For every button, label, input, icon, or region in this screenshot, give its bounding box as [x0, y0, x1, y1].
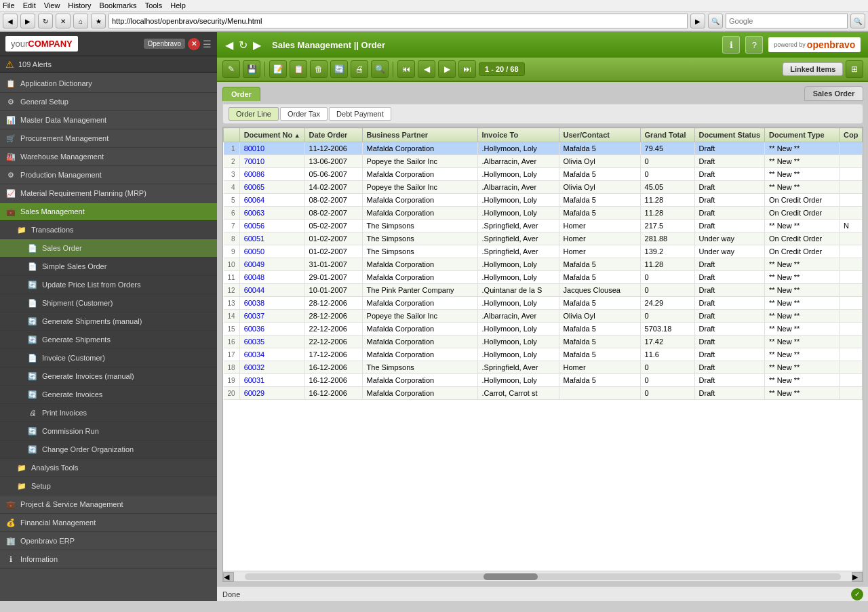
menu-bookmarks[interactable]: Bookmarks [100, 1, 137, 9]
sidebar-item-change-order[interactable]: 🔄 Change Order Organization [0, 441, 217, 459]
tool-first-button[interactable]: ⏮ [397, 60, 415, 78]
tool-prev-button[interactable]: ◀ [418, 60, 435, 78]
bookmark-button[interactable]: ★ [91, 14, 106, 28]
linked-items-button[interactable]: Linked Items [783, 62, 843, 76]
sidebar-item-shipment[interactable]: 📄 Shipment (Customer) [0, 294, 217, 312]
home-button[interactable]: ⌂ [73, 14, 88, 28]
tool-edit-button[interactable]: ✎ [222, 60, 240, 78]
sidebar-item-sales-mgmt[interactable]: 💼 Sales Management [0, 203, 217, 221]
sidebar-item-production[interactable]: ⚙ Production Management [0, 166, 217, 184]
col-document-no[interactable]: Document No [239, 128, 304, 142]
tool-next-button[interactable]: ▶ [438, 60, 456, 78]
menu-icon[interactable]: ☰ [203, 39, 212, 49]
sidebar-item-transactions[interactable]: 📁 Transactions [0, 221, 217, 239]
menu-tools[interactable]: Tools [145, 1, 163, 9]
sidebar-item-procurement[interactable]: 🛒 Procurement Management [0, 129, 217, 148]
tool-search-button[interactable]: 🔍 [371, 60, 389, 78]
table-row[interactable]: 17 60034 17-12-2006 Mafalda Corporation … [224, 348, 863, 361]
table-row[interactable]: 1 80010 11-12-2006 Mafalda Corporation .… [224, 142, 863, 155]
table-row[interactable]: 4 60065 14-02-2007 Popeye the Sailor Inc… [224, 181, 863, 194]
sidebar-item-simple-sales[interactable]: 📄 Simple Sales Order [0, 258, 217, 276]
sidebar-item-app-dict[interactable]: 📋 Application Dictionary [0, 75, 217, 93]
address-bar[interactable] [108, 14, 688, 28]
sidebar-item-commission-run[interactable]: 🔄 Commission Run [0, 422, 217, 441]
tool-expand-button[interactable]: ⊞ [846, 60, 863, 78]
menu-help[interactable]: Help [170, 1, 186, 9]
col-user-contact[interactable]: User/Contact [559, 128, 640, 142]
header-reload-button[interactable]: ↻ [239, 39, 248, 52]
table-row[interactable]: 6 60063 08-02-2007 Mafalda Corporation .… [224, 207, 863, 220]
header-back-button[interactable]: ◀ [225, 39, 233, 52]
search-input[interactable] [726, 14, 848, 28]
menu-edit[interactable]: Edit [23, 1, 36, 9]
table-row[interactable]: 5 60064 08-02-2007 Mafalda Corporation .… [224, 194, 863, 207]
table-row[interactable]: 19 60031 16-12-2006 Mafalda Corporation … [224, 374, 863, 387]
table-row[interactable]: 10 60049 31-01-2007 Mafalda Corporation … [224, 258, 863, 271]
tool-print-button[interactable]: 🖨 [351, 60, 368, 78]
col-document-type[interactable]: Document Type [765, 128, 840, 142]
menu-view[interactable]: View [44, 1, 60, 9]
stop-button[interactable]: ✕ [56, 14, 71, 28]
scroll-track[interactable] [245, 573, 841, 580]
go-button[interactable]: ▶ [690, 14, 705, 28]
col-date-order[interactable]: Date Order [304, 128, 362, 142]
sidebar-item-warehouse[interactable]: 🏭 Warehouse Management [0, 148, 217, 166]
tool-copy-button[interactable]: 📋 [290, 60, 307, 78]
sidebar-item-invoice-customer[interactable]: 📄 Invoice (Customer) [0, 349, 217, 367]
table-row[interactable]: 9 60050 01-02-2007 The Simpsons .Springf… [224, 245, 863, 258]
header-forward-button[interactable]: ▶ [253, 39, 261, 52]
sidebar-item-openbravo-erp[interactable]: 🏢 Openbravo ERP [0, 532, 217, 550]
table-scrollbar[interactable]: ◀ ▶ [223, 571, 863, 582]
search-go-button[interactable]: 🔍 [708, 14, 723, 28]
table-row[interactable]: 12 60044 10-01-2007 The Pink Panter Comp… [224, 284, 863, 297]
sidebar-item-gen-ship-manual[interactable]: 🔄 Generate Shipments (manual) [0, 312, 217, 331]
scroll-right-button[interactable]: ▶ [852, 572, 863, 582]
sidebar-item-gen-ship[interactable]: 🔄 Generate Shipments [0, 331, 217, 349]
table-row[interactable]: 3 60086 05-06-2007 Mafalda Corporation .… [224, 168, 863, 181]
scroll-thumb[interactable] [484, 573, 538, 580]
info-button[interactable]: ℹ [722, 36, 740, 54]
sidebar-item-sales-order[interactable]: 📄 Sales Order [0, 239, 217, 258]
sidebar-item-gen-inv[interactable]: 🔄 Generate Invoices [0, 386, 217, 404]
tool-save-button[interactable]: 💾 [243, 60, 260, 78]
table-row[interactable]: 18 60032 16-12-2006 The Simpsons .Spring… [224, 361, 863, 374]
sidebar-item-project-service[interactable]: 💼 Project & Service Management [0, 495, 217, 514]
menu-file[interactable]: File [3, 1, 15, 9]
sidebar-item-general-setup[interactable]: ⚙ General Setup [0, 93, 217, 111]
col-checkbox[interactable] [224, 128, 240, 142]
table-row[interactable]: 7 60056 05-02-2007 The Simpsons .Springf… [224, 220, 863, 232]
sidebar-item-analysis-tools[interactable]: 📁 Analysis Tools [0, 459, 217, 477]
reload-button[interactable]: ↻ [38, 14, 53, 28]
sidebar-item-gen-inv-manual[interactable]: 🔄 Generate Invoices (manual) [0, 367, 217, 386]
sidebar-item-setup[interactable]: 📁 Setup [0, 477, 217, 495]
table-row[interactable]: 15 60036 22-12-2006 Mafalda Corporation … [224, 323, 863, 335]
col-grand-total[interactable]: Grand Total [640, 128, 694, 142]
col-invoice-to[interactable]: Invoice To [477, 128, 559, 142]
tool-last-button[interactable]: ⏭ [458, 60, 476, 78]
close-sidebar-button[interactable]: ✕ [188, 38, 200, 50]
alerts-bar[interactable]: ⚠ 109 Alerts [0, 56, 217, 73]
scroll-left-button[interactable]: ◀ [223, 572, 234, 582]
sub-tab-order-tax[interactable]: Order Tax [280, 107, 328, 121]
table-row[interactable]: 13 60038 28-12-2006 Mafalda Corporation … [224, 297, 863, 310]
table-row[interactable]: 2 70010 13-06-2007 Popeye the Sailor Inc… [224, 155, 863, 168]
sidebar-item-information[interactable]: ℹ Information [0, 550, 217, 569]
tab-order[interactable]: Order [222, 87, 260, 101]
table-row[interactable]: 14 60037 28-12-2006 Popeye the Sailor In… [224, 310, 863, 323]
forward-button[interactable]: ▶ [20, 14, 35, 28]
col-cop[interactable]: Cop [840, 128, 863, 142]
table-wrapper[interactable]: Document No Date Order Business Partner … [223, 127, 863, 571]
col-document-status[interactable]: Document Status [694, 128, 764, 142]
table-row[interactable]: 20 60029 16-12-2006 Mafalda Corporation … [224, 387, 863, 400]
sub-tab-debt-payment[interactable]: Debt Payment [329, 107, 391, 121]
sidebar-item-financial[interactable]: 💰 Financial Management [0, 514, 217, 532]
sidebar-item-update-price[interactable]: 🔄 Update Price List from Orders [0, 276, 217, 294]
back-button[interactable]: ◀ [3, 14, 18, 28]
col-business-partner[interactable]: Business Partner [362, 128, 477, 142]
help-button[interactable]: ? [745, 36, 763, 54]
sidebar-item-mrp[interactable]: 📈 Material Requirement Planning (MRP) [0, 184, 217, 203]
openbravo-button[interactable]: Openbravo [144, 39, 185, 49]
tool-delete-button[interactable]: 🗑 [310, 60, 328, 78]
table-row[interactable]: 8 60051 01-02-2007 The Simpsons .Springf… [224, 232, 863, 245]
sidebar-item-print-invoices[interactable]: 🖨 Print Invoices [0, 404, 217, 422]
